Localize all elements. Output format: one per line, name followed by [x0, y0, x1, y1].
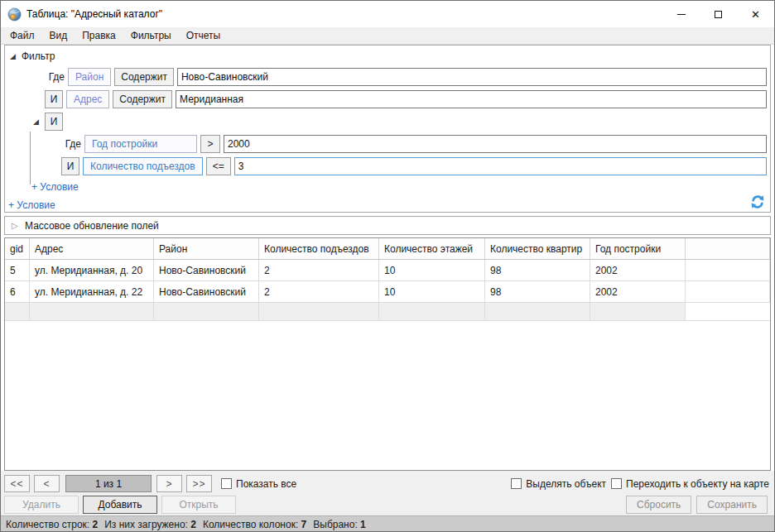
highlight-object-checkbox[interactable]	[511, 478, 522, 489]
operator-button-greater[interactable]: >	[200, 135, 220, 153]
filter-group-row: ◢ И	[5, 113, 767, 131]
globe-icon	[7, 7, 22, 22]
reset-button[interactable]: Сбросить	[626, 496, 691, 514]
close-button[interactable]: ✕	[737, 2, 774, 27]
group-expander-open-icon[interactable]: ◢	[33, 117, 45, 126]
filter-panel: ◢ Фильтр Где Район Содержит И Адрес Соде…	[4, 45, 771, 213]
app-window: Таблица: "Адресный каталог" ✕ Файл Вид П…	[0, 0, 775, 532]
minimize-button[interactable]	[662, 2, 700, 27]
filter-title: Фильтр	[22, 50, 55, 62]
expander-closed-icon: ▷	[12, 221, 25, 230]
first-page-button[interactable]: <<	[4, 475, 30, 492]
show-all-checkbox[interactable]	[221, 478, 232, 489]
highlight-object-option: Выделять объект	[511, 478, 606, 490]
add-condition-link-outer[interactable]: + Условие	[8, 199, 55, 212]
col-header-podezdy[interactable]: Количество подъездов	[259, 238, 379, 260]
condition-value-input[interactable]	[177, 68, 767, 86]
maximize-icon	[715, 11, 722, 18]
next-page-button[interactable]: >	[156, 475, 182, 492]
condition-value-input[interactable]	[224, 135, 767, 153]
where-label: Где	[45, 71, 65, 83]
condition-value-input[interactable]	[176, 90, 767, 108]
cell-empty	[686, 281, 770, 303]
cell-kvartiry: 98	[485, 281, 590, 303]
add-button[interactable]: Добавить	[83, 496, 157, 514]
filter-condition-row: Где Район Содержит	[5, 68, 767, 86]
mass-update-expander[interactable]: ▷ Массовое обновление полей	[4, 216, 771, 235]
show-all-label: Показать все	[236, 478, 296, 490]
status-columns: Количество колонок: 7	[203, 519, 306, 530]
table-row-empty[interactable]	[5, 303, 770, 321]
refresh-icon[interactable]	[750, 194, 765, 209]
filter-expander[interactable]: ◢ Фильтр	[10, 49, 770, 64]
open-button[interactable]: Открыть	[161, 496, 236, 514]
table-row[interactable]: 6 ул. Меридианная, д. 22 Ново-Савиновски…	[5, 281, 770, 303]
field-button-adres[interactable]: Адрес	[66, 90, 109, 108]
add-condition-link-inner[interactable]: + Условие	[31, 180, 79, 194]
goto-object-checkbox[interactable]	[611, 478, 622, 489]
data-table: gid Адрес Район Количество подъездов Кол…	[4, 237, 771, 471]
filter-condition-row: И Количество подъездов <=	[5, 157, 767, 175]
cell-podezdy: 2	[259, 260, 379, 281]
last-page-button[interactable]: >>	[186, 475, 212, 492]
field-button-kolichestvo-podezdov[interactable]: Количество подъездов	[83, 157, 203, 175]
col-header-adres[interactable]: Адрес	[30, 238, 154, 260]
and-button[interactable]: И	[45, 90, 63, 108]
page-indicator: 1 из 1	[65, 475, 152, 492]
cell-empty	[686, 260, 770, 281]
col-header-god[interactable]: Год постройки	[590, 238, 686, 260]
window-title: Таблица: "Адресный каталог"	[26, 8, 162, 20]
col-header-kvartiry[interactable]: Количество квартир	[485, 238, 590, 260]
close-icon: ✕	[751, 8, 760, 21]
operator-button-less-equal[interactable]: <=	[206, 157, 231, 175]
col-header-rayon[interactable]: Район	[154, 238, 259, 260]
filter-condition-row: Где Год постройки >	[5, 135, 767, 153]
table-header-row: gid Адрес Район Количество подъездов Кол…	[5, 238, 770, 260]
group-tree-line	[30, 132, 31, 185]
cell-podezdy: 2	[259, 281, 379, 303]
cell-adres: ул. Меридианная, д. 20	[30, 260, 154, 281]
col-header-empty	[686, 238, 770, 260]
expander-open-icon: ◢	[10, 52, 22, 60]
cell-gid: 6	[5, 281, 30, 303]
status-selected: Выбрано: 1	[313, 519, 366, 530]
pagination-row: << < 1 из 1 > >> Показать все Выделять о…	[4, 475, 769, 492]
goto-object-label: Переходить к объекту на карте	[626, 478, 769, 490]
menu-view[interactable]: Вид	[42, 27, 75, 44]
status-rows: Количество строк: 2	[6, 519, 98, 530]
prev-page-button[interactable]: <	[34, 475, 60, 492]
cell-god: 2002	[590, 281, 686, 303]
where-label: Где	[61, 138, 81, 150]
condition-value-input-focused[interactable]	[234, 157, 767, 175]
mass-update-label: Массовое обновление полей	[25, 220, 159, 232]
and-button[interactable]: И	[61, 157, 79, 175]
goto-object-option: Переходить к объекту на карте	[611, 478, 769, 490]
highlight-object-label: Выделять объект	[526, 478, 606, 490]
cell-god: 2002	[590, 260, 686, 281]
table-row[interactable]: 5 ул. Меридианная, д. 20 Ново-Савиновски…	[5, 260, 770, 281]
bottom-panel: << < 1 из 1 > >> Показать все Выделять о…	[1, 471, 774, 515]
menu-filters[interactable]: Фильтры	[123, 27, 179, 44]
cell-etazhi: 10	[379, 281, 485, 303]
field-button-rayon[interactable]: Район	[68, 68, 111, 86]
menu-edit[interactable]: Правка	[75, 27, 123, 44]
menu-file[interactable]: Файл	[2, 27, 42, 44]
filter-condition-row: И Адрес Содержит	[5, 90, 767, 108]
group-and-button[interactable]: И	[45, 113, 63, 131]
field-button-god-postroyki[interactable]: Год постройки	[84, 135, 197, 153]
status-bar: Количество строк: 2 Из них загружено: 2 …	[1, 515, 774, 532]
col-header-gid[interactable]: gid	[5, 238, 30, 260]
delete-button[interactable]: Удалить	[4, 496, 79, 514]
save-button[interactable]: Сохранить	[696, 496, 768, 514]
action-buttons-row: Удалить Добавить Открыть Сбросить Сохран…	[4, 496, 768, 514]
title-bar: Таблица: "Адресный каталог" ✕	[1, 1, 774, 27]
show-all-option: Показать все	[221, 478, 296, 490]
maximize-button[interactable]	[700, 2, 737, 27]
menu-reports[interactable]: Отчеты	[179, 27, 228, 44]
operator-button-contains[interactable]: Содержит	[114, 68, 174, 86]
operator-button-contains[interactable]: Содержит	[113, 90, 172, 108]
cell-rayon: Ново-Савиновский	[154, 260, 259, 281]
menu-bar: Файл Вид Правка Фильтры Отчеты	[1, 27, 774, 45]
col-header-etazhi[interactable]: Количество этажей	[379, 238, 485, 260]
minimize-icon	[677, 14, 686, 15]
